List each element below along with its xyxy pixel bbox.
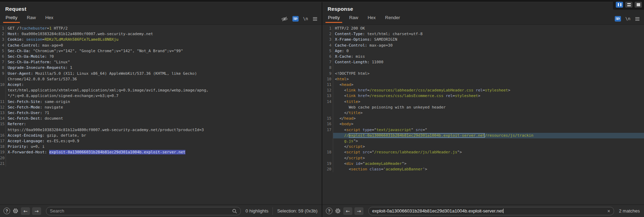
- highlights-count: 0 highlights: [246, 208, 269, 214]
- layout-columns-button[interactable]: [616, 2, 623, 8]
- line-number: 16: [322, 121, 333, 127]
- code-line: Chrome/142.0.0.0 Safari/537.36: [0, 77, 322, 82]
- search-prev-button[interactable]: ←: [343, 207, 352, 215]
- match-count: 2 matches: [619, 208, 640, 214]
- response-search-input[interactable]: exploit-0a130066031b284b81ec29d301a1004b…: [368, 207, 614, 215]
- request-tab-hex[interactable]: Hex: [43, 14, 56, 23]
- editor-menu-button[interactable]: [635, 17, 640, 21]
- line-number: [322, 110, 333, 116]
- settings-icon[interactable]: [12, 208, 19, 214]
- line-number: 1: [0, 26, 6, 31]
- code-line: //exploit-0a130066031b284b81ec29d301a100…: [322, 133, 644, 138]
- response-panel-header: Response Pretty Raw Hex Render \n: [322, 2, 644, 24]
- text-caret: [503, 209, 504, 213]
- line-number: 6: [0, 54, 6, 59]
- code-line: g.js">: [322, 138, 644, 144]
- code-line: 3X-Frame-Options: SAMEORIGIN: [322, 37, 644, 42]
- line-number: [0, 88, 6, 93]
- line-number: 19: [0, 150, 6, 155]
- search-next-button[interactable]: →: [354, 207, 363, 215]
- code-line: 17 <script type="text/javascript" src=": [322, 127, 644, 133]
- layout-single-button[interactable]: [635, 2, 642, 8]
- code-line: 1HTTP/2 200 OK: [322, 26, 644, 31]
- code-line: 13Sec-Fetch-User: ?1: [0, 110, 322, 116]
- response-panel: Response Pretty Raw Hex Render \n: [322, 2, 644, 217]
- search-placeholder: Search: [50, 208, 64, 214]
- code-line: 9<!DOCTYPE html>: [322, 71, 644, 77]
- code-line: 16 <body>: [322, 121, 644, 127]
- help-icon[interactable]: ?: [3, 208, 10, 214]
- response-editor-toolbar: \n: [615, 16, 640, 22]
- line-number: 4: [322, 43, 333, 48]
- line-number: [322, 105, 333, 110]
- hide-nonprinting-icon[interactable]: [281, 16, 288, 22]
- line-number: 12: [0, 105, 6, 110]
- response-tab-pretty[interactable]: Pretty: [325, 14, 342, 23]
- line-number: 11: [322, 82, 333, 88]
- code-line: 20 <section class='academyLabBanner'>: [322, 167, 644, 172]
- response-editor[interactable]: 1HTTP/2 200 OK2Content-Type: text/html; …: [322, 24, 644, 204]
- line-number: [0, 77, 6, 82]
- search-next-button[interactable]: →: [32, 207, 41, 215]
- code-line: 3Cookie: session=RDKz7LdMzRAh586FCe7Lame…: [0, 37, 322, 42]
- request-statusbar: ? ← → Search: [0, 204, 322, 217]
- search-prev-button[interactable]: ←: [21, 207, 30, 215]
- columns-layout-icon: [618, 3, 621, 6]
- line-number: 2: [322, 31, 333, 37]
- request-tab-raw[interactable]: Raw: [24, 14, 38, 23]
- code-line: 10<html>: [322, 77, 644, 82]
- line-number: 9: [322, 71, 333, 77]
- response-tab-hex[interactable]: Hex: [365, 14, 378, 23]
- code-line: 12Sec-Fetch-Mode: navigate: [0, 105, 322, 110]
- code-line: 18Priority: u=0, i: [0, 144, 322, 150]
- line-number: 17: [322, 127, 333, 133]
- request-editor[interactable]: 1GET /?cachebuster=1 HTTP/22Host: 0aa900…: [0, 24, 322, 204]
- code-line: 1GET /?cachebuster=1 HTTP/2: [0, 26, 322, 31]
- code-line: 5Sec-Ch-Ua: "Chromium";v="142", "Google …: [0, 48, 322, 54]
- request-tab-pretty[interactable]: Pretty: [3, 14, 20, 23]
- line-number: 14: [322, 99, 333, 105]
- code-line: 14 <title>: [322, 99, 644, 105]
- line-number: [0, 93, 6, 99]
- word-wrap-button[interactable]: [292, 16, 299, 22]
- response-tab-render[interactable]: Render: [383, 14, 402, 23]
- layout-toggle-group: [613, 0, 644, 10]
- layout-rows-button[interactable]: [625, 2, 632, 8]
- code-line: 15 </head>: [322, 116, 644, 121]
- line-number: 8: [322, 65, 333, 71]
- line-number: 2: [0, 31, 6, 37]
- code-line: 19X-Forwarded-Host: exploit-0a130066031b…: [0, 150, 322, 155]
- settings-icon[interactable]: [335, 208, 341, 214]
- line-number: 18: [322, 150, 333, 155]
- code-line: 6Sec-Ch-Ua-Mobile: ?0: [0, 54, 322, 59]
- help-icon[interactable]: ?: [326, 208, 332, 214]
- code-line: 9User-Agent: Mozilla/5.0 (X11; Linux x86…: [0, 71, 322, 77]
- code-line: 7Content-Length: 11000: [322, 59, 644, 65]
- line-number: 9: [0, 71, 6, 77]
- line-number: [322, 155, 333, 161]
- line-number: 10: [0, 82, 6, 88]
- editor-menu-button[interactable]: [313, 17, 317, 21]
- show-newlines-button[interactable]: \n: [303, 16, 308, 21]
- code-line: text/html,application/xhtml+xml,applicat…: [0, 88, 322, 93]
- code-line: 12 <link href=/resources/labheader/css/a…: [322, 88, 644, 93]
- line-number: 5: [0, 48, 6, 54]
- response-panel-title: Response: [322, 2, 644, 12]
- code-line: 18 <script src="/resources/labheader/js/…: [322, 150, 644, 155]
- selection-info: Selection: 59 (0x3b): [277, 208, 317, 214]
- request-search-input[interactable]: Search: [46, 207, 241, 215]
- show-newlines-button[interactable]: \n: [626, 16, 630, 21]
- word-wrap-button[interactable]: [615, 16, 621, 22]
- response-tabs: Pretty Raw Hex Render: [322, 14, 644, 23]
- line-number: 1: [322, 26, 333, 31]
- line-number: 8: [0, 65, 6, 71]
- line-number: 13: [0, 110, 6, 116]
- line-number: 5: [322, 48, 333, 54]
- response-tab-raw[interactable]: Raw: [347, 14, 361, 23]
- code-line: 11Sec-Fetch-Site: same-origin: [0, 99, 322, 105]
- clear-search-icon[interactable]: ×: [607, 208, 610, 214]
- line-number: 7: [0, 59, 6, 65]
- line-number: 12: [322, 88, 333, 93]
- request-panel: Request Pretty Raw Hex: [0, 2, 322, 217]
- line-number: 11: [0, 99, 6, 105]
